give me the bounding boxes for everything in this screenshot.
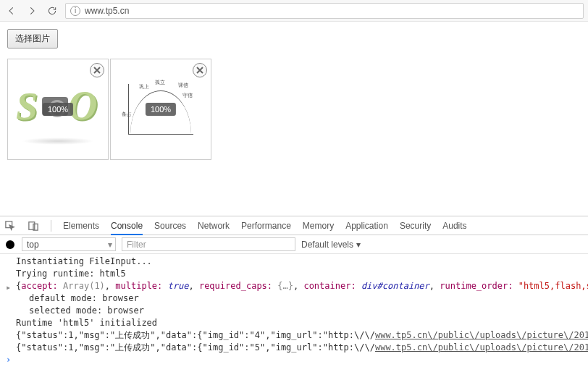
tab-sources[interactable]: Sources	[154, 217, 186, 235]
tab-audits[interactable]: Audits	[442, 217, 466, 235]
devtools-panel: Elements Console Sources Network Perform…	[0, 216, 588, 380]
tab-security[interactable]: Security	[400, 217, 431, 235]
console-line: Instantiating FileInput...	[0, 256, 588, 268]
progress-badge: 100%	[146, 103, 176, 116]
tab-console[interactable]: Console	[111, 217, 143, 235]
console-output: Instantiating FileInput... Trying runtim…	[0, 254, 588, 380]
console-toolbar: top Filter Default levels▾	[0, 235, 588, 254]
context-selector[interactable]: top	[22, 237, 116, 251]
filter-input[interactable]: Filter	[122, 237, 295, 251]
console-line: {"status":1,"msg":"上传成功","data":{"img_id…	[0, 329, 588, 342]
tab-performance[interactable]: Performance	[241, 217, 291, 235]
clear-console-icon[interactable]	[4, 239, 16, 250]
address-bar[interactable]: i www.tp5.cn	[65, 3, 584, 19]
console-line: Trying runtime: html5	[0, 268, 588, 280]
console-line: default mode: browser	[0, 292, 588, 305]
choose-image-button[interactable]: 选择图片	[7, 29, 58, 48]
inspect-icon[interactable]	[4, 220, 16, 232]
log-levels-dropdown[interactable]: Default levels▾	[301, 240, 361, 250]
console-line: {"status":1,"msg":"上传成功","data":{"img_id…	[0, 342, 588, 354]
tab-memory[interactable]: Memory	[303, 217, 334, 235]
console-prompt[interactable]: ›	[0, 354, 588, 366]
back-button[interactable]	[4, 4, 19, 18]
tab-application[interactable]: Application	[345, 217, 388, 235]
thumbnail: SO 100%	[7, 59, 109, 160]
tab-network[interactable]: Network	[198, 217, 230, 235]
url-text: www.tp5.cn	[85, 6, 129, 16]
console-line[interactable]: ▸{accept: Array(1), multiple: true, requ…	[0, 280, 588, 292]
browser-toolbar: i www.tp5.cn	[0, 0, 588, 22]
device-toggle-icon[interactable]	[28, 220, 39, 232]
console-line: selected mode: browser	[0, 305, 588, 317]
page-content: 选择图片 SO 100% 备占 巩上 孤立 课信 守信 100%	[0, 22, 588, 216]
svg-point-3	[6, 240, 14, 249]
reload-button[interactable]	[45, 4, 59, 18]
thumbnail: 备占 巩上 孤立 课信 守信 100%	[110, 59, 211, 160]
thumbnail-list: SO 100% 备占 巩上 孤立 课信 守信 100%	[7, 59, 581, 160]
progress-badge: 100%	[43, 103, 73, 116]
tab-elements[interactable]: Elements	[63, 217, 99, 235]
site-info-icon[interactable]: i	[70, 6, 80, 16]
forward-button[interactable]	[25, 4, 39, 18]
separator	[51, 220, 51, 232]
url-link[interactable]: www.tp5.cn\/public\/uploads\/picture\/20…	[375, 342, 588, 352]
console-line: Runtime 'html5' initialized	[0, 317, 588, 329]
devtools-tabs: Elements Console Sources Network Perform…	[0, 216, 588, 235]
remove-thumbnail-button[interactable]	[90, 63, 104, 77]
url-link[interactable]: www.tp5.cn\/public\/uploads\/picture\/20…	[375, 330, 588, 340]
